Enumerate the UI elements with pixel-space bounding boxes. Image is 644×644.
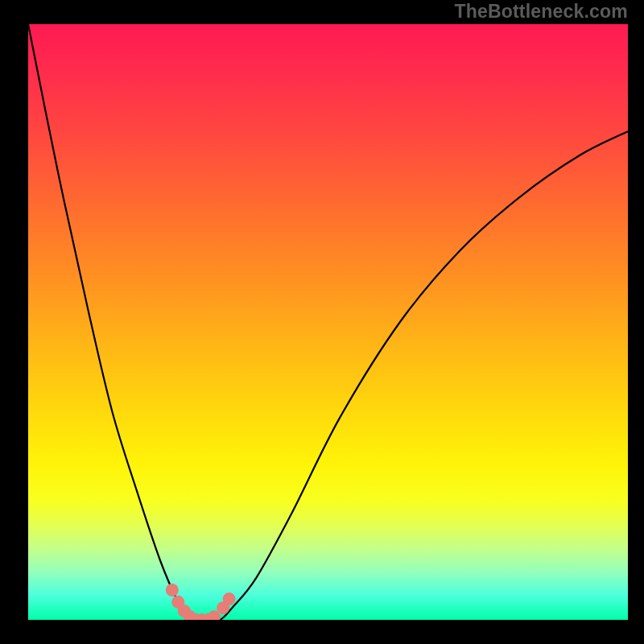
bottleneck-curve xyxy=(28,24,628,620)
highlight-dot xyxy=(166,584,179,597)
plot-area xyxy=(28,24,628,620)
watermark-text: TheBottleneck.com xyxy=(454,1,628,23)
curve-layer xyxy=(28,24,628,620)
highlight-dot xyxy=(223,592,236,605)
highlight-dots xyxy=(166,584,236,620)
chart-frame: TheBottleneck.com xyxy=(0,0,644,644)
